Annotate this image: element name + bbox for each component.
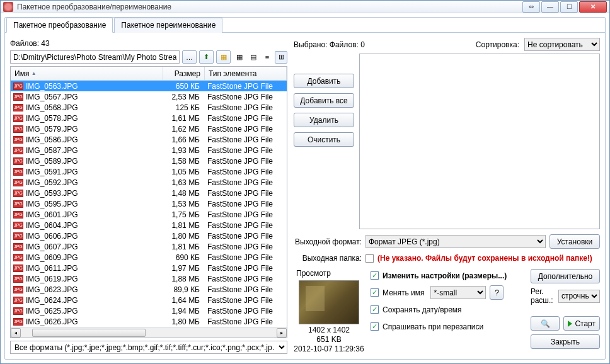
file-size: 1,80 МБ bbox=[163, 232, 205, 241]
path-input[interactable] bbox=[10, 50, 180, 64]
file-row[interactable]: JPGIMG_0606.JPG1,80 МБFastStone JPG File bbox=[11, 230, 287, 241]
file-list-header[interactable]: Имя ▲ Размер Тип элемента bbox=[11, 67, 287, 81]
file-name: IMG_0623.JPG bbox=[26, 285, 78, 294]
file-row[interactable]: JPGIMG_0626.JPG1,80 МБFastStone JPG File bbox=[11, 316, 287, 327]
file-size: 1,61 МБ bbox=[163, 114, 205, 123]
file-row[interactable]: JPGIMG_0595.JPG1,53 МБFastStone JPG File bbox=[11, 198, 287, 209]
preview-results-button[interactable]: 🔍 bbox=[531, 316, 560, 331]
close-button[interactable]: Закрыть bbox=[531, 334, 600, 349]
file-row[interactable]: JPGIMG_0587.JPG1,93 МБFastStone JPG File bbox=[11, 145, 287, 156]
keep-date-label: Сохранять дату/время bbox=[383, 305, 462, 314]
col-type[interactable]: Тип элемента bbox=[205, 67, 287, 80]
jpg-file-icon: JPG bbox=[13, 136, 23, 144]
file-name: IMG_0611.JPG bbox=[26, 264, 78, 273]
rename-pattern-select[interactable]: *-small bbox=[430, 286, 486, 299]
file-row[interactable]: JPGIMG_0589.JPG1,58 МБFastStone JPG File bbox=[11, 156, 287, 166]
file-list[interactable]: Имя ▲ Размер Тип элемента JPGIMG_0563.JP… bbox=[10, 66, 287, 338]
file-size: 1,58 МБ bbox=[163, 157, 205, 166]
file-size: 1,97 МБ bbox=[163, 264, 205, 273]
magnifier-icon: 🔍 bbox=[541, 319, 550, 328]
file-type: FastStone JPG File bbox=[205, 135, 287, 144]
rename-checkbox[interactable] bbox=[371, 288, 379, 297]
ask-overwrite-checkbox[interactable] bbox=[371, 322, 379, 331]
jpg-file-icon: JPG bbox=[13, 232, 23, 240]
switch-window-button[interactable] bbox=[522, 1, 540, 13]
preview-meta: 1402 x 1402 651 KB 2012-10-07 11:29:36 bbox=[294, 326, 364, 354]
file-type: FastStone JPG File bbox=[205, 221, 287, 230]
view-details[interactable]: ⊞ bbox=[275, 51, 287, 64]
browse-button[interactable]: … bbox=[182, 50, 197, 64]
file-name: IMG_0625.JPG bbox=[26, 307, 78, 316]
file-row[interactable]: JPGIMG_0563.JPG650 КБFastStone JPG File bbox=[11, 81, 287, 91]
filter-select[interactable]: Все форматы (*.jpg;*.jpe;*.jpeg;*.bmp;*.… bbox=[10, 341, 287, 354]
start-button[interactable]: Старт bbox=[563, 316, 600, 331]
titlebar[interactable]: Пакетное преобразование/переименование bbox=[1, 1, 609, 13]
file-row[interactable]: JPGIMG_0579.JPG1,62 МБFastStone JPG File bbox=[11, 123, 287, 134]
file-size: 89,9 КБ bbox=[163, 285, 205, 294]
file-size: 1,53 МБ bbox=[163, 200, 205, 208]
file-row[interactable]: JPGIMG_0609.JPG690 КБFastStone JPG File bbox=[11, 252, 287, 263]
file-row[interactable]: JPGIMG_0619.JPG1,88 МБFastStone JPG File bbox=[11, 273, 287, 284]
scroll-left-icon[interactable]: ◂ bbox=[11, 328, 21, 338]
file-type: FastStone JPG File bbox=[205, 285, 287, 294]
col-size[interactable]: Размер bbox=[163, 67, 205, 80]
h-scrollbar[interactable]: ◂ ▸ bbox=[11, 327, 287, 338]
clear-button[interactable]: Очистить bbox=[294, 132, 354, 147]
scroll-thumb[interactable] bbox=[32, 329, 146, 337]
tab-rename[interactable]: Пакетное переименование bbox=[114, 18, 222, 33]
change-settings-checkbox[interactable] bbox=[371, 271, 379, 280]
out-folder-checkbox[interactable] bbox=[365, 254, 374, 263]
file-row[interactable]: JPGIMG_0601.JPG1,75 МБFastStone JPG File bbox=[11, 209, 287, 220]
format-settings-button[interactable]: Установки bbox=[550, 234, 600, 249]
file-type: FastStone JPG File bbox=[205, 200, 287, 208]
remove-button[interactable]: Удалить bbox=[294, 113, 354, 127]
ext-case-select[interactable]: строчны bbox=[558, 290, 600, 303]
add-button[interactable]: Добавить bbox=[294, 74, 354, 88]
file-row[interactable]: JPGIMG_0604.JPG1,81 МБFastStone JPG File bbox=[11, 220, 287, 230]
file-name: IMG_0626.JPG bbox=[26, 317, 78, 326]
file-type: FastStone JPG File bbox=[205, 296, 287, 305]
jpg-file-icon: JPG bbox=[13, 190, 23, 197]
advanced-button[interactable]: Дополнительно bbox=[531, 269, 600, 283]
maximize-button[interactable] bbox=[560, 1, 578, 13]
file-list-body[interactable]: JPGIMG_0563.JPG650 КБFastStone JPG FileJ… bbox=[11, 81, 287, 327]
file-name: IMG_0586.JPG bbox=[26, 135, 78, 144]
file-row[interactable]: JPGIMG_0591.JPG1,05 МБFastStone JPG File bbox=[11, 166, 287, 177]
add-all-button[interactable]: Добавить все bbox=[294, 93, 354, 108]
folder-tree-button[interactable]: ▦ bbox=[216, 50, 231, 64]
file-row[interactable]: JPGIMG_0568.JPG125 КБFastStone JPG File bbox=[11, 102, 287, 113]
file-size: 650 КБ bbox=[163, 82, 205, 91]
file-row[interactable]: JPGIMG_0607.JPG1,81 МБFastStone JPG File bbox=[11, 241, 287, 252]
out-format-select[interactable]: Формат JPEG (*.jpg) bbox=[365, 235, 546, 248]
close-window-button[interactable] bbox=[579, 1, 607, 13]
ext-case-label: Рег. расш.: bbox=[531, 287, 556, 305]
file-row[interactable]: JPGIMG_0578.JPG1,61 МБFastStone JPG File bbox=[11, 113, 287, 123]
folder-up-button[interactable]: ⬆ bbox=[199, 50, 214, 64]
view-large-icons[interactable]: ▦ bbox=[233, 51, 246, 64]
file-row[interactable]: JPGIMG_0611.JPG1,97 МБFastStone JPG File bbox=[11, 263, 287, 273]
keep-date-checkbox[interactable] bbox=[371, 305, 379, 314]
file-type: FastStone JPG File bbox=[205, 93, 287, 101]
col-name[interactable]: Имя ▲ bbox=[11, 67, 163, 80]
file-row[interactable]: JPGIMG_0586.JPG1,66 МБFastStone JPG File bbox=[11, 134, 287, 145]
rename-help-button[interactable]: ? bbox=[490, 285, 504, 300]
file-row[interactable]: JPGIMG_0625.JPG1,94 МБFastStone JPG File bbox=[11, 305, 287, 316]
scroll-right-icon[interactable]: ▸ bbox=[277, 328, 287, 338]
file-type: FastStone JPG File bbox=[205, 210, 287, 219]
minimize-button[interactable] bbox=[541, 1, 559, 13]
file-size: 1,80 МБ bbox=[163, 317, 205, 326]
file-size: 1,62 МБ bbox=[163, 125, 205, 134]
view-list[interactable]: ≡ bbox=[261, 51, 273, 64]
file-row[interactable]: JPGIMG_0592.JPG1,63 МБFastStone JPG File bbox=[11, 177, 287, 188]
file-name: IMG_0589.JPG bbox=[26, 157, 78, 166]
sort-select[interactable]: Не сортировать bbox=[524, 38, 600, 51]
file-row[interactable]: JPGIMG_0593.JPG1,48 МБFastStone JPG File bbox=[11, 188, 287, 198]
view-small-icons[interactable]: ▤ bbox=[247, 51, 260, 64]
file-row[interactable]: JPGIMG_0624.JPG1,64 МБFastStone JPG File bbox=[11, 295, 287, 305]
file-row[interactable]: JPGIMG_0623.JPG89,9 КБFastStone JPG File bbox=[11, 284, 287, 295]
file-row[interactable]: JPGIMG_0567.JPG2,53 МБFastStone JPG File bbox=[11, 91, 287, 102]
tab-convert[interactable]: Пакетное преобразование bbox=[6, 18, 113, 33]
selected-list[interactable] bbox=[359, 54, 600, 229]
jpg-file-icon: JPG bbox=[13, 211, 23, 219]
file-size: 1,75 МБ bbox=[163, 210, 205, 219]
